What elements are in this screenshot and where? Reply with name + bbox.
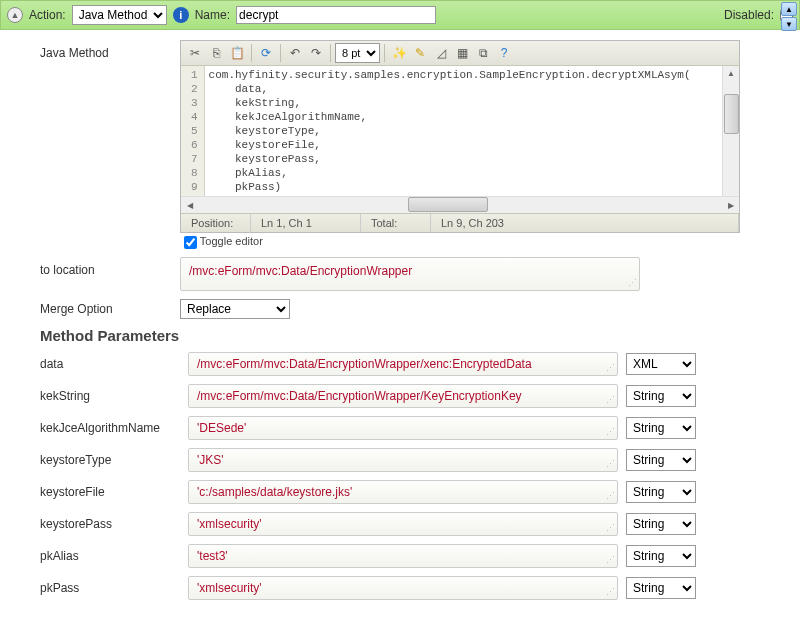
- param-label: keystoreType: [40, 453, 180, 467]
- param-type-select[interactable]: XMLString: [626, 449, 696, 471]
- cut-icon[interactable]: ✂: [185, 43, 205, 63]
- redo-icon[interactable]: ↷: [306, 43, 326, 63]
- toolbar-sep: [384, 44, 385, 62]
- code-editor: ✂ ⎘ 📋 ⟳ ↶ ↷ 8 pt ✨ ✎ ◿ ▦: [180, 40, 740, 233]
- param-type-select[interactable]: XMLString: [626, 513, 696, 535]
- resize-grip-icon: ⋰: [606, 395, 615, 405]
- param-type-select[interactable]: XMLString: [626, 385, 696, 407]
- resize-grip-icon: ⋰: [606, 459, 615, 469]
- move-up-button[interactable]: ▲: [781, 2, 797, 16]
- param-label: keystorePass: [40, 517, 180, 531]
- resize-grip-icon: ⋰: [606, 363, 615, 373]
- toggle-editor-checkbox[interactable]: [184, 236, 197, 249]
- merge-option-select[interactable]: Replace: [180, 299, 290, 319]
- help-icon[interactable]: ?: [494, 43, 514, 63]
- undo-icon[interactable]: ↶: [285, 43, 305, 63]
- param-type-select[interactable]: XMLString: [626, 481, 696, 503]
- merge-option-label: Merge Option: [40, 302, 180, 316]
- resize-grip-icon: ⋰: [606, 555, 615, 565]
- param-label: kekJceAlgorithmName: [40, 421, 180, 435]
- resize-grip-icon: ⋰: [606, 491, 615, 501]
- param-type-select[interactable]: XMLString: [626, 577, 696, 599]
- action-select[interactable]: Java Method: [72, 5, 167, 25]
- toolbar-sep: [280, 44, 281, 62]
- total-label: Total:: [361, 214, 431, 232]
- code-text[interactable]: com.hyfinity.security.samples.encryption…: [205, 66, 722, 196]
- position-value: Ln 1, Ch 1: [251, 214, 361, 232]
- param-value-input[interactable]: 'test3'⋰: [188, 544, 618, 568]
- window-icon[interactable]: ⧉: [473, 43, 493, 63]
- brush-icon[interactable]: ✎: [410, 43, 430, 63]
- paste-icon[interactable]: 📋: [227, 43, 247, 63]
- editor-toolbar: ✂ ⎘ 📋 ⟳ ↶ ↷ 8 pt ✨ ✎ ◿ ▦: [181, 41, 739, 66]
- copy-icon[interactable]: ⎘: [206, 43, 226, 63]
- param-value-input[interactable]: 'DESede'⋰: [188, 416, 618, 440]
- highlight-icon[interactable]: ✨: [389, 43, 409, 63]
- move-down-button[interactable]: ▼: [781, 17, 797, 31]
- param-value-input[interactable]: 'xmlsecurity'⋰: [188, 576, 618, 600]
- toggle-editor-label: Toggle editor: [200, 235, 263, 247]
- param-value-input[interactable]: /mvc:eForm/mvc:Data/EncryptionWrapper/xe…: [188, 352, 618, 376]
- param-row: data/mvc:eForm/mvc:Data/EncryptionWrappe…: [40, 352, 780, 376]
- param-row: kekString/mvc:eForm/mvc:Data/EncryptionW…: [40, 384, 780, 408]
- param-value-input[interactable]: 'xmlsecurity'⋰: [188, 512, 618, 536]
- method-parameters-title: Method Parameters: [40, 327, 780, 344]
- refresh-icon[interactable]: ⟳: [256, 43, 276, 63]
- toolbar-sep: [330, 44, 331, 62]
- param-value-input[interactable]: 'JKS'⋰: [188, 448, 618, 472]
- editor-statusbar: Position: Ln 1, Ch 1 Total: Ln 9, Ch 203: [181, 213, 739, 232]
- erase-icon[interactable]: ◿: [431, 43, 451, 63]
- collapse-toggle[interactable]: ▲: [7, 7, 23, 23]
- param-type-select[interactable]: XMLString: [626, 353, 696, 375]
- resize-grip-icon: ⋰: [606, 427, 615, 437]
- horizontal-scrollbar[interactable]: ◀ ▶: [181, 196, 739, 213]
- param-row: keystoreFile'c:/samples/data/keystore.jk…: [40, 480, 780, 504]
- disabled-label: Disabled:: [724, 8, 774, 22]
- action-label: Action:: [29, 8, 66, 22]
- param-value-input[interactable]: 'c:/samples/data/keystore.jks'⋰: [188, 480, 618, 504]
- param-row: pkAlias'test3'⋰XMLString: [40, 544, 780, 568]
- total-value: Ln 9, Ch 203: [431, 214, 739, 232]
- to-location-value: /mvc:eForm/mvc:Data/EncryptionWrapper: [189, 264, 412, 278]
- param-label: pkAlias: [40, 549, 180, 563]
- vertical-scrollbar[interactable]: ▲: [722, 66, 739, 196]
- font-size-select[interactable]: 8 pt: [335, 43, 380, 63]
- action-header: ▲ Action: Java Method i Name: Disabled: …: [0, 0, 800, 30]
- position-label: Position:: [181, 214, 251, 232]
- param-type-select[interactable]: XMLString: [626, 417, 696, 439]
- param-label: pkPass: [40, 581, 180, 595]
- param-label: keystoreFile: [40, 485, 180, 499]
- resize-grip-icon: ⋰: [606, 587, 615, 597]
- line-gutter: 123456789: [181, 66, 205, 196]
- name-input[interactable]: [236, 6, 436, 24]
- param-row: keystoreType'JKS'⋰XMLString: [40, 448, 780, 472]
- param-value-input[interactable]: /mvc:eForm/mvc:Data/EncryptionWrapper/Ke…: [188, 384, 618, 408]
- to-location-label: to location: [40, 257, 180, 277]
- main-panel: Java Method ✂ ⎘ 📋 ⟳ ↶ ↷ 8 pt ✨: [0, 30, 800, 628]
- name-label: Name:: [195, 8, 230, 22]
- toolbar-sep: [251, 44, 252, 62]
- param-row: kekJceAlgorithmName'DESede'⋰XMLString: [40, 416, 780, 440]
- resize-grip-icon: ⋰: [606, 523, 615, 533]
- param-row: pkPass'xmlsecurity'⋰XMLString: [40, 576, 780, 600]
- info-icon[interactable]: i: [173, 7, 189, 23]
- param-row: keystorePass'xmlsecurity'⋰XMLString: [40, 512, 780, 536]
- param-type-select[interactable]: XMLString: [626, 545, 696, 567]
- to-location-input[interactable]: /mvc:eForm/mvc:Data/EncryptionWrapper ⋰: [180, 257, 640, 291]
- resize-grip-icon: ⋰: [628, 278, 637, 288]
- grid-icon[interactable]: ▦: [452, 43, 472, 63]
- param-label: kekString: [40, 389, 180, 403]
- param-label: data: [40, 357, 180, 371]
- java-method-label: Java Method: [40, 40, 180, 60]
